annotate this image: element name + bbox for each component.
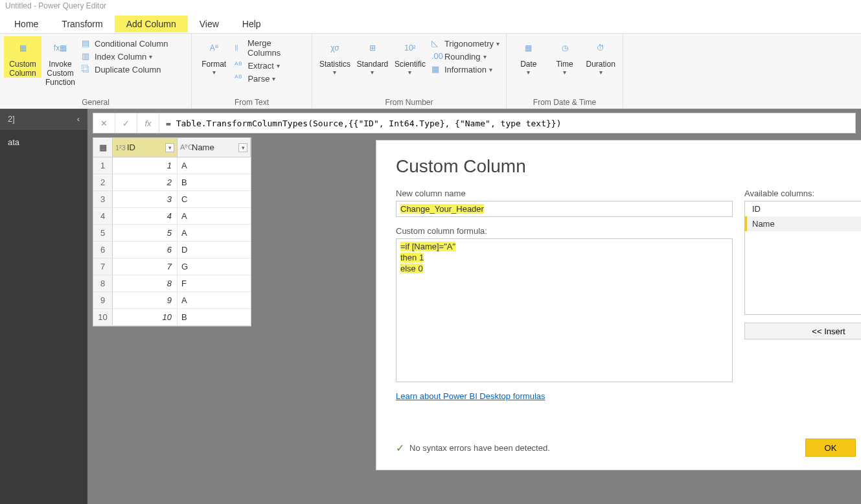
- duplicate-column-button[interactable]: ⿻Duplicate Column: [79, 63, 170, 75]
- window-title: Untitled - Power Query Editor: [0, 0, 861, 14]
- formula-input[interactable]: [159, 119, 855, 128]
- cell-name[interactable]: A: [178, 292, 251, 308]
- time-button[interactable]: ◷Time▾: [547, 36, 583, 76]
- merge-columns-button[interactable]: ⫴Merge Columns: [232, 38, 308, 58]
- available-columns-list: ID Name: [744, 201, 861, 315]
- information-button[interactable]: ▦Information ▾: [429, 63, 502, 75]
- conditional-icon: ▤: [82, 38, 92, 49]
- cell-id[interactable]: 5: [113, 225, 178, 241]
- menu-help[interactable]: Help: [231, 16, 273, 32]
- standard-icon: ⊞: [362, 38, 383, 58]
- cell-id[interactable]: 6: [113, 242, 178, 258]
- cell-name[interactable]: C: [178, 191, 251, 207]
- parse-button[interactable]: ᴬᴮParse ▾: [232, 73, 308, 84]
- grid-corner-icon[interactable]: ▦: [93, 138, 113, 157]
- row-number: 8: [93, 275, 113, 292]
- menu-transform[interactable]: Transform: [50, 16, 114, 32]
- table-row[interactable]: 88F: [93, 275, 251, 292]
- cell-id[interactable]: 1: [113, 157, 178, 174]
- extract-button[interactable]: ᴬᴮExtract ▾: [232, 60, 308, 71]
- queries-sidebar: 2] ‹ ata: [0, 109, 87, 504]
- cancel-formula-icon[interactable]: ✕: [93, 113, 115, 133]
- row-number: 4: [93, 208, 113, 224]
- new-column-input[interactable]: Change_Your_Header: [396, 201, 733, 217]
- learn-link[interactable]: Learn about Power BI Desktop formulas: [396, 391, 545, 401]
- cell-name[interactable]: D: [178, 242, 251, 258]
- chevron-down-icon: ▾: [149, 53, 152, 60]
- custom-column-icon: ▦: [12, 38, 33, 58]
- table-row[interactable]: 55A: [93, 225, 251, 242]
- table-row[interactable]: 22B: [93, 174, 251, 191]
- formula-textarea[interactable]: =if [Name]="A" then 1 else 0: [396, 238, 733, 382]
- ribbon: ▦ Custom Column fx▦ Invoke Custom Functi…: [0, 34, 861, 109]
- duration-button[interactable]: ⏱Duration▾: [582, 36, 619, 76]
- table-row[interactable]: 77G: [93, 258, 251, 275]
- chevron-down-icon[interactable]: ▾: [165, 143, 174, 152]
- rounding-button[interactable]: .00Rounding ▾: [429, 51, 502, 62]
- cell-id[interactable]: 8: [113, 275, 178, 292]
- cell-id[interactable]: 10: [113, 309, 178, 325]
- sidebar-item[interactable]: ata: [0, 130, 87, 155]
- scientific-button[interactable]: 10²Scientific▾: [391, 36, 429, 76]
- table-row[interactable]: 44A: [93, 208, 251, 225]
- date-button[interactable]: ▦Date▾: [511, 36, 547, 76]
- check-icon: ✓: [396, 442, 404, 454]
- insert-button[interactable]: << Insert: [744, 323, 861, 339]
- chevron-down-icon[interactable]: ▾: [238, 143, 247, 152]
- table-row[interactable]: 99A: [93, 292, 251, 309]
- info-icon: ▦: [431, 64, 442, 74]
- ok-button[interactable]: OK: [805, 439, 856, 457]
- list-item[interactable]: Name: [745, 216, 861, 231]
- cell-id[interactable]: 3: [113, 191, 178, 207]
- cell-name[interactable]: A: [178, 208, 251, 224]
- cell-id[interactable]: 9: [113, 292, 178, 308]
- column-header-name[interactable]: AᴮC Name ▾: [178, 138, 251, 157]
- cell-id[interactable]: 4: [113, 208, 178, 224]
- cell-name[interactable]: A: [178, 225, 251, 241]
- table-row[interactable]: 33C: [93, 191, 251, 208]
- menu-home[interactable]: Home: [3, 16, 50, 32]
- fx-icon[interactable]: fx: [137, 113, 159, 133]
- cell-id[interactable]: 7: [113, 258, 178, 275]
- cell-name[interactable]: G: [178, 258, 251, 275]
- row-number: 2: [93, 174, 113, 190]
- custom-column-button[interactable]: ▦ Custom Column: [4, 36, 41, 78]
- type-text-icon: AᴮC: [180, 143, 192, 152]
- cell-name[interactable]: B: [178, 309, 251, 325]
- row-number: 7: [93, 258, 113, 275]
- syntax-status: ✓ No syntax errors have been detected.: [396, 442, 550, 454]
- row-number: 3: [93, 191, 113, 207]
- available-columns-label: Available columns:: [744, 189, 861, 198]
- format-button[interactable]: Aᴮ Format▾: [196, 36, 232, 76]
- statistics-icon: χσ: [325, 38, 345, 58]
- cell-name[interactable]: F: [178, 275, 251, 292]
- sidebar-header[interactable]: 2] ‹: [0, 109, 87, 130]
- duplicate-icon: ⿻: [82, 64, 92, 74]
- cell-name[interactable]: A: [178, 157, 251, 174]
- menu-bar: Home Transform Add Column View Help: [0, 14, 861, 34]
- rounding-icon: .00: [431, 51, 442, 62]
- formula-bar: ✕ ✓ fx: [93, 113, 856, 133]
- new-column-label: New column name: [396, 189, 733, 198]
- table-row[interactable]: 66D: [93, 242, 251, 258]
- index-column-button[interactable]: ▥Index Column ▾: [79, 51, 170, 62]
- table-row[interactable]: 1010B: [93, 309, 251, 326]
- standard-button[interactable]: ⊞Standard▾: [354, 36, 391, 76]
- list-item[interactable]: ID: [745, 201, 861, 216]
- invoke-custom-fn-button[interactable]: fx▦ Invoke Custom Function: [41, 36, 79, 87]
- conditional-column-button[interactable]: ▤Conditional Column: [79, 38, 170, 49]
- column-header-id[interactable]: 1²3 ID ▾: [113, 138, 178, 157]
- extract-icon: ᴬᴮ: [235, 60, 245, 71]
- cell-name[interactable]: B: [178, 174, 251, 190]
- parse-icon: ᴬᴮ: [235, 73, 245, 84]
- cell-id[interactable]: 2: [113, 174, 178, 190]
- scientific-icon: 10²: [400, 38, 420, 58]
- menu-add-column[interactable]: Add Column: [115, 16, 188, 32]
- row-number: 1: [93, 157, 113, 174]
- time-icon: ◷: [555, 38, 575, 58]
- trigonometry-button[interactable]: ◺Trigonometry ▾: [429, 38, 502, 49]
- accept-formula-icon[interactable]: ✓: [115, 113, 137, 133]
- table-row[interactable]: 11A: [93, 157, 251, 174]
- menu-view[interactable]: View: [188, 16, 231, 32]
- statistics-button[interactable]: χσStatistics▾: [316, 36, 354, 76]
